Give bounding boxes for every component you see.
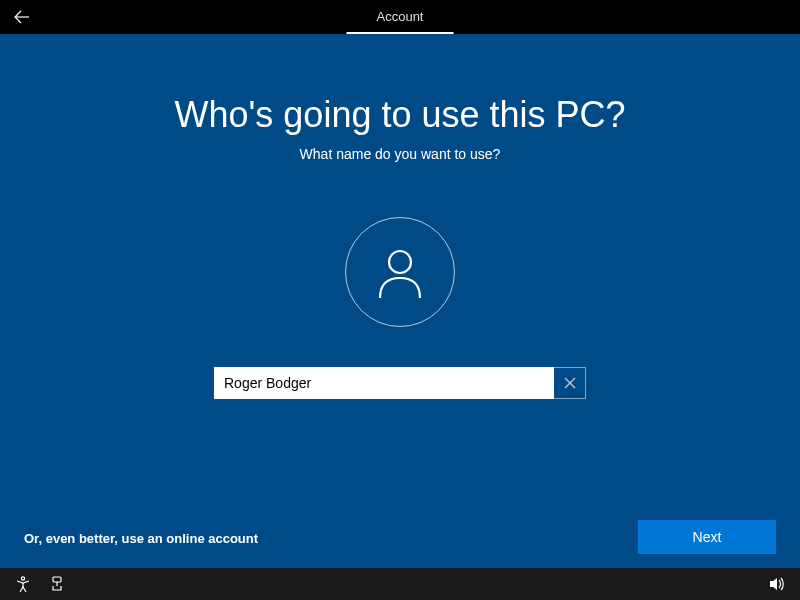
volume-icon xyxy=(768,575,786,593)
volume-button[interactable] xyxy=(760,568,794,600)
tab-account[interactable]: Account xyxy=(347,0,454,34)
user-avatar-placeholder xyxy=(345,217,455,327)
back-arrow-icon xyxy=(12,7,32,27)
footer-bar xyxy=(0,568,800,600)
svg-rect-5 xyxy=(53,577,61,582)
name-input-row xyxy=(214,367,586,399)
ease-of-access-button[interactable] xyxy=(6,568,40,600)
clear-input-button[interactable] xyxy=(554,367,586,399)
header-bar: Account xyxy=(0,0,800,34)
use-online-account-link[interactable]: Or, even better, use an online account xyxy=(24,531,258,546)
next-button[interactable]: Next xyxy=(638,520,776,554)
ease-of-access-icon xyxy=(14,575,32,593)
input-method-button[interactable] xyxy=(40,568,74,600)
page-subtitle: What name do you want to use? xyxy=(300,146,501,162)
page-title: Who's going to use this PC? xyxy=(174,94,625,136)
user-name-input[interactable] xyxy=(214,367,554,399)
close-icon xyxy=(564,377,576,389)
keyboard-icon xyxy=(48,575,66,593)
tab-strip: Account xyxy=(347,0,454,34)
svg-point-1 xyxy=(389,251,411,273)
svg-marker-7 xyxy=(770,578,777,590)
svg-point-4 xyxy=(21,577,24,580)
back-button[interactable] xyxy=(0,0,44,34)
user-icon xyxy=(370,242,430,302)
tab-label: Account xyxy=(377,9,424,24)
main-area: Who's going to use this PC? What name do… xyxy=(0,34,800,568)
next-button-label: Next xyxy=(693,529,722,545)
